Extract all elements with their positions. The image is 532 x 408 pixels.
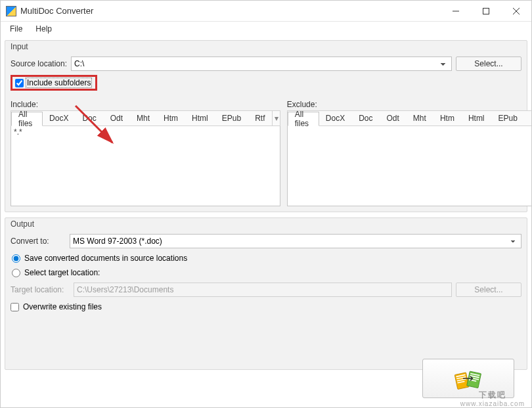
exclude-listbox[interactable] [287, 126, 532, 206]
exclude-tab-rtf[interactable]: Rtf [525, 111, 532, 125]
include-tab-scroll[interactable]: ▾ [272, 111, 279, 125]
radio-select-target-label: Select target location: [24, 268, 100, 277]
group-output-legend: Output [11, 219, 34, 229]
source-select-button[interactable]: Select... [456, 57, 521, 71]
exclude-tabstrip: All files DocX Doc Odt Mht Htm Html EPub… [287, 110, 532, 126]
group-input-legend: Input [11, 42, 28, 51]
include-tab-docx[interactable]: DocX [43, 111, 76, 125]
source-location-combo[interactable]: C:\ [71, 57, 452, 71]
include-tab-doc[interactable]: Doc [76, 111, 103, 125]
radio-save-source-label: Save converted documents in source locat… [24, 254, 187, 263]
include-tab-html[interactable]: Html [185, 111, 215, 125]
svg-rect-1 [483, 8, 489, 14]
include-tab-epub[interactable]: EPub [215, 111, 248, 125]
window-controls [441, 1, 531, 21]
include-tabstrip: All files DocX Doc Odt Mht Htm Html EPub… [11, 110, 280, 126]
convert-button[interactable] [422, 359, 514, 398]
include-tab-mht[interactable]: Mht [130, 111, 157, 125]
highlight-include-subfolders: Include subfolders [11, 75, 97, 91]
target-location-label: Target location: [11, 285, 70, 294]
exclude-tab-html[interactable]: Html [462, 111, 492, 125]
window-title: MultiDoc Converter [20, 6, 441, 16]
exclude-tab-all[interactable]: All files [288, 112, 319, 126]
include-column: Include: All files DocX Doc Odt Mht Htm … [11, 100, 280, 206]
exclude-tab-doc[interactable]: Doc [352, 111, 380, 125]
exclude-tab-odt[interactable]: Odt [380, 111, 407, 125]
include-label: Include: [11, 100, 280, 109]
exclude-tab-epub[interactable]: EPub [492, 111, 525, 125]
target-location-combo: C:\Users\27213\Documents [74, 283, 452, 297]
group-input: Input Source location: C:\ Select... Inc… [5, 40, 527, 212]
target-select-button: Select... [456, 283, 521, 297]
app-icon [6, 6, 16, 16]
radio-save-source[interactable] [12, 254, 20, 263]
include-tab-rtf[interactable]: Rtf [248, 111, 272, 125]
include-tab-all[interactable]: All files [11, 112, 43, 126]
include-subfolders-label: Include subfolders [26, 78, 91, 87]
overwrite-checkbox[interactable] [11, 303, 19, 311]
exclude-column: Exclude: All files DocX Doc Odt Mht Htm … [287, 100, 532, 206]
include-subfolders-checkbox[interactable] [15, 79, 24, 87]
close-button[interactable] [501, 1, 531, 21]
menu-help[interactable]: Help [32, 23, 56, 35]
include-tab-htm[interactable]: Htm [157, 111, 185, 125]
exclude-tab-htm[interactable]: Htm [433, 111, 462, 125]
convert-to-combo[interactable]: MS Word 97-2003 (*.doc) [70, 234, 521, 248]
overwrite-label: Overwrite existing files [23, 302, 102, 311]
convert-to-label: Convert to: [11, 237, 66, 246]
exclude-tab-docx[interactable]: DocX [319, 111, 352, 125]
source-location-label: Source location: [11, 59, 67, 68]
exclude-tab-mht[interactable]: Mht [407, 111, 433, 125]
group-output: Output Convert to: MS Word 97-2003 (*.do… [5, 217, 527, 370]
watermark-url: www.xiazaiba.com [460, 401, 525, 407]
minimize-button[interactable] [441, 1, 471, 21]
menu-file[interactable]: File [6, 23, 26, 35]
menubar: File Help [1, 22, 531, 36]
titlebar: MultiDoc Converter [1, 1, 531, 22]
include-tab-odt[interactable]: Odt [104, 111, 130, 125]
maximize-button[interactable] [471, 1, 501, 21]
include-listbox[interactable]: *.* [11, 126, 280, 206]
convert-icon [453, 365, 484, 392]
radio-select-target[interactable] [12, 269, 20, 277]
exclude-label: Exclude: [287, 100, 532, 109]
